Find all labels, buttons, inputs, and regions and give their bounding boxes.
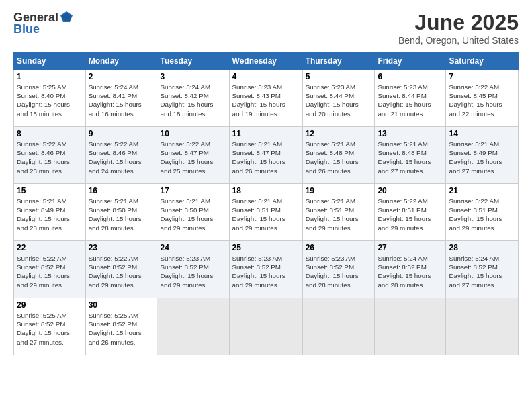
- day-number: 12: [306, 129, 372, 138]
- table-cell: [229, 298, 302, 355]
- table-cell: [157, 298, 229, 355]
- logo: General Blue: [13, 10, 75, 36]
- table-cell: 10Sunrise: 5:22 AMSunset: 8:47 PMDayligh…: [157, 127, 229, 184]
- day-info: Sunrise: 5:23 AMSunset: 8:52 PMDaylight:…: [160, 255, 213, 289]
- day-info: Sunrise: 5:24 AMSunset: 8:52 PMDaylight:…: [449, 255, 502, 289]
- table-cell: 26Sunrise: 5:23 AMSunset: 8:52 PMDayligh…: [302, 241, 375, 298]
- day-info: Sunrise: 5:22 AMSunset: 8:51 PMDaylight:…: [449, 197, 502, 232]
- table-cell: 17Sunrise: 5:21 AMSunset: 8:50 PMDayligh…: [157, 184, 229, 241]
- day-number: 27: [378, 243, 443, 253]
- title-block: June 2025 Bend, Oregon, United States: [398, 10, 519, 46]
- day-info: Sunrise: 5:21 AMSunset: 8:48 PMDaylight:…: [378, 140, 431, 175]
- day-number: 19: [306, 186, 372, 195]
- table-cell: 28Sunrise: 5:24 AMSunset: 8:52 PMDayligh…: [446, 241, 519, 298]
- day-info: Sunrise: 5:21 AMSunset: 8:48 PMDaylight:…: [306, 140, 359, 175]
- day-info: Sunrise: 5:23 AMSunset: 8:43 PMDaylight:…: [232, 83, 285, 118]
- day-number: 2: [89, 72, 154, 81]
- table-cell: 13Sunrise: 5:21 AMSunset: 8:48 PMDayligh…: [375, 127, 446, 184]
- table-cell: 5Sunrise: 5:23 AMSunset: 8:44 PMDaylight…: [302, 70, 375, 127]
- day-info: Sunrise: 5:25 AMSunset: 8:52 PMDaylight:…: [89, 312, 142, 346]
- day-number: 25: [232, 243, 300, 253]
- day-number: 7: [449, 72, 515, 81]
- header: General Blue June 2025 Bend, Oregon, Uni…: [13, 10, 519, 46]
- table-cell: 19Sunrise: 5:21 AMSunset: 8:51 PMDayligh…: [302, 184, 375, 241]
- day-info: Sunrise: 5:22 AMSunset: 8:46 PMDaylight:…: [17, 140, 70, 175]
- day-info: Sunrise: 5:21 AMSunset: 8:47 PMDaylight:…: [232, 140, 285, 175]
- day-info: Sunrise: 5:21 AMSunset: 8:51 PMDaylight:…: [232, 197, 285, 232]
- day-number: 22: [17, 243, 83, 253]
- col-monday: Monday: [85, 53, 157, 70]
- table-cell: 22Sunrise: 5:22 AMSunset: 8:52 PMDayligh…: [14, 241, 86, 298]
- table-cell: 15Sunrise: 5:21 AMSunset: 8:49 PMDayligh…: [14, 184, 86, 241]
- table-cell: 30Sunrise: 5:25 AMSunset: 8:52 PMDayligh…: [85, 298, 157, 355]
- day-number: 13: [378, 129, 443, 138]
- day-info: Sunrise: 5:25 AMSunset: 8:40 PMDaylight:…: [17, 83, 70, 118]
- day-info: Sunrise: 5:22 AMSunset: 8:52 PMDaylight:…: [17, 255, 70, 289]
- table-cell: 29Sunrise: 5:25 AMSunset: 8:52 PMDayligh…: [14, 298, 86, 355]
- col-friday: Friday: [375, 53, 446, 70]
- day-number: 10: [160, 129, 226, 138]
- table-cell: 4Sunrise: 5:23 AMSunset: 8:43 PMDaylight…: [229, 70, 302, 127]
- day-info: Sunrise: 5:22 AMSunset: 8:51 PMDaylight:…: [378, 197, 431, 232]
- day-number: 8: [17, 129, 83, 138]
- day-number: 11: [232, 129, 300, 138]
- table-cell: 2Sunrise: 5:24 AMSunset: 8:41 PMDaylight…: [85, 70, 157, 127]
- day-number: 20: [378, 186, 443, 195]
- table-cell: 1Sunrise: 5:25 AMSunset: 8:40 PMDaylight…: [14, 70, 86, 127]
- day-info: Sunrise: 5:21 AMSunset: 8:50 PMDaylight:…: [160, 197, 213, 232]
- day-info: Sunrise: 5:24 AMSunset: 8:52 PMDaylight:…: [378, 255, 431, 289]
- table-cell: [375, 298, 446, 355]
- day-number: 16: [89, 186, 154, 195]
- table-cell: [302, 298, 375, 355]
- table-cell: 7Sunrise: 5:22 AMSunset: 8:45 PMDaylight…: [446, 70, 519, 127]
- day-number: 5: [306, 72, 372, 81]
- day-number: 9: [89, 129, 154, 138]
- day-info: Sunrise: 5:21 AMSunset: 8:51 PMDaylight:…: [306, 197, 359, 232]
- day-info: Sunrise: 5:25 AMSunset: 8:52 PMDaylight:…: [17, 312, 70, 346]
- table-cell: 16Sunrise: 5:21 AMSunset: 8:50 PMDayligh…: [85, 184, 157, 241]
- calendar-table: Sunday Monday Tuesday Wednesday Thursday…: [13, 52, 519, 355]
- table-cell: 14Sunrise: 5:21 AMSunset: 8:49 PMDayligh…: [446, 127, 519, 184]
- day-info: Sunrise: 5:23 AMSunset: 8:52 PMDaylight:…: [232, 255, 285, 289]
- table-cell: 18Sunrise: 5:21 AMSunset: 8:51 PMDayligh…: [229, 184, 302, 241]
- day-number: 24: [160, 243, 226, 253]
- day-number: 4: [232, 72, 300, 81]
- day-info: Sunrise: 5:24 AMSunset: 8:41 PMDaylight:…: [89, 83, 142, 118]
- table-cell: 11Sunrise: 5:21 AMSunset: 8:47 PMDayligh…: [229, 127, 302, 184]
- day-info: Sunrise: 5:21 AMSunset: 8:50 PMDaylight:…: [89, 197, 142, 232]
- month-title: June 2025: [398, 10, 519, 35]
- day-number: 18: [232, 186, 300, 195]
- day-info: Sunrise: 5:24 AMSunset: 8:42 PMDaylight:…: [160, 83, 213, 118]
- location: Bend, Oregon, United States: [398, 35, 519, 46]
- day-number: 6: [378, 72, 443, 81]
- table-cell: 23Sunrise: 5:22 AMSunset: 8:52 PMDayligh…: [85, 241, 157, 298]
- day-info: Sunrise: 5:22 AMSunset: 8:47 PMDaylight:…: [160, 140, 213, 175]
- col-tuesday: Tuesday: [157, 53, 229, 70]
- day-info: Sunrise: 5:22 AMSunset: 8:45 PMDaylight:…: [449, 83, 502, 118]
- table-cell: 20Sunrise: 5:22 AMSunset: 8:51 PMDayligh…: [375, 184, 446, 241]
- col-sunday: Sunday: [14, 53, 86, 70]
- day-number: 29: [17, 300, 83, 310]
- table-cell: 6Sunrise: 5:23 AMSunset: 8:44 PMDaylight…: [375, 70, 446, 127]
- table-cell: 21Sunrise: 5:22 AMSunset: 8:51 PMDayligh…: [446, 184, 519, 241]
- table-cell: 9Sunrise: 5:22 AMSunset: 8:46 PMDaylight…: [85, 127, 157, 184]
- day-number: 15: [17, 186, 83, 195]
- day-number: 14: [449, 129, 515, 138]
- day-info: Sunrise: 5:23 AMSunset: 8:44 PMDaylight:…: [378, 83, 431, 118]
- table-cell: 8Sunrise: 5:22 AMSunset: 8:46 PMDaylight…: [14, 127, 86, 184]
- table-cell: 3Sunrise: 5:24 AMSunset: 8:42 PMDaylight…: [157, 70, 229, 127]
- table-cell: [446, 298, 519, 355]
- day-number: 21: [449, 186, 515, 195]
- col-thursday: Thursday: [302, 53, 375, 70]
- day-number: 23: [89, 243, 154, 253]
- logo-flag-icon: [59, 10, 74, 25]
- col-wednesday: Wednesday: [229, 53, 302, 70]
- day-info: Sunrise: 5:22 AMSunset: 8:52 PMDaylight:…: [89, 255, 142, 289]
- table-cell: 12Sunrise: 5:21 AMSunset: 8:48 PMDayligh…: [302, 127, 375, 184]
- table-cell: 27Sunrise: 5:24 AMSunset: 8:52 PMDayligh…: [375, 241, 446, 298]
- table-cell: 24Sunrise: 5:23 AMSunset: 8:52 PMDayligh…: [157, 241, 229, 298]
- table-cell: 25Sunrise: 5:23 AMSunset: 8:52 PMDayligh…: [229, 241, 302, 298]
- day-info: Sunrise: 5:22 AMSunset: 8:46 PMDaylight:…: [89, 140, 142, 175]
- day-info: Sunrise: 5:21 AMSunset: 8:49 PMDaylight:…: [449, 140, 502, 175]
- calendar-header-row: Sunday Monday Tuesday Wednesday Thursday…: [14, 53, 519, 70]
